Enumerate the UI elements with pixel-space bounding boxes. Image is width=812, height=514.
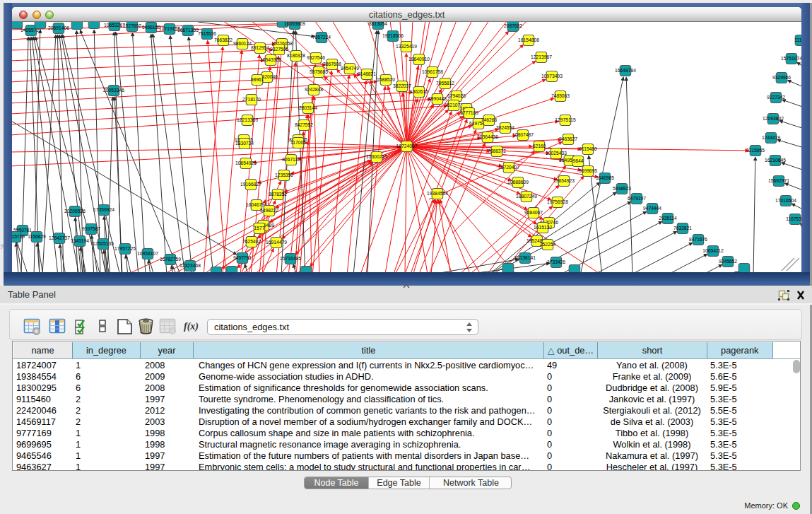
svg-text:9457791: 9457791 xyxy=(233,255,252,260)
svg-text:8427552: 8427552 xyxy=(295,122,313,127)
svg-text:20691406: 20691406 xyxy=(48,25,69,30)
svg-text:2087682: 2087682 xyxy=(504,23,522,28)
svg-text:20364436: 20364436 xyxy=(477,134,498,139)
svg-text:16671355: 16671355 xyxy=(177,28,199,33)
svg-text:14136141: 14136141 xyxy=(514,255,536,260)
svg-text:10025433: 10025433 xyxy=(546,151,567,156)
svg-text:3822037: 3822037 xyxy=(393,83,411,88)
svg-text:10654112: 10654112 xyxy=(702,248,724,253)
svg-text:7625402: 7625402 xyxy=(242,239,261,244)
svg-text:12505135: 12505135 xyxy=(93,241,114,246)
svg-text:2718170: 2718170 xyxy=(242,97,261,102)
svg-text:9329966: 9329966 xyxy=(772,75,791,80)
svg-text:7663822: 7663822 xyxy=(214,37,233,42)
svg-text:19166827: 19166827 xyxy=(240,182,261,187)
svg-text:12093832: 12093832 xyxy=(763,116,784,121)
svg-text:18807249: 18807249 xyxy=(516,194,537,199)
svg-text:7955812: 7955812 xyxy=(436,81,454,86)
svg-text:5498222: 5498222 xyxy=(260,208,278,213)
svg-text:62160: 62160 xyxy=(533,144,546,148)
svg-text:6466160: 6466160 xyxy=(142,25,160,30)
svg-text:17359924: 17359924 xyxy=(93,207,114,212)
svg-text:15716485: 15716485 xyxy=(280,256,301,261)
svg-text:5938923: 5938923 xyxy=(613,186,631,191)
svg-text:8186328: 8186328 xyxy=(287,53,305,58)
svg-text:20053346: 20053346 xyxy=(103,88,124,93)
svg-text:9844: 9844 xyxy=(573,158,584,163)
svg-text:1588520: 1588520 xyxy=(377,77,395,82)
svg-text:16543362: 16543362 xyxy=(260,57,281,62)
svg-text:1330734: 1330734 xyxy=(235,141,254,146)
svg-text:1244419: 1244419 xyxy=(762,135,780,140)
svg-text:2935114: 2935114 xyxy=(659,216,677,221)
svg-text:8813054: 8813054 xyxy=(369,22,387,26)
svg-text:19218506: 19218506 xyxy=(382,33,404,38)
svg-text:7485063: 7485063 xyxy=(551,93,570,98)
svg-text:1235350: 1235350 xyxy=(275,173,293,177)
svg-text:1156829: 1156829 xyxy=(28,234,46,239)
svg-text:9474444: 9474444 xyxy=(643,206,661,211)
svg-text:1640985: 1640985 xyxy=(596,175,614,180)
svg-text:10807487: 10807487 xyxy=(512,132,534,137)
svg-text:9084067: 9084067 xyxy=(524,210,543,215)
svg-text:9146821: 9146821 xyxy=(358,71,376,76)
svg-text:746266: 746266 xyxy=(481,117,498,122)
svg-text:12942737: 12942737 xyxy=(49,235,70,240)
svg-text:16782759: 16782759 xyxy=(160,257,181,262)
svg-text:15300215: 15300215 xyxy=(366,154,387,159)
svg-text:9327546: 9327546 xyxy=(307,55,325,60)
svg-text:6479197: 6479197 xyxy=(628,196,646,201)
svg-text:20206536: 20206536 xyxy=(64,209,86,214)
svg-text:7857224: 7857224 xyxy=(312,35,331,40)
svg-text:9327505: 9327505 xyxy=(270,47,288,52)
svg-text:12213967: 12213967 xyxy=(531,54,552,59)
svg-text:15751074: 15751074 xyxy=(781,56,801,61)
svg-text:1733426: 1733426 xyxy=(547,259,565,264)
svg-text:19756928: 19756928 xyxy=(547,199,568,204)
svg-text:15692971: 15692971 xyxy=(768,178,789,183)
svg-text:3215955: 3215955 xyxy=(746,148,765,153)
svg-text:8878352: 8878352 xyxy=(269,192,287,197)
svg-text:8267110: 8267110 xyxy=(282,157,300,162)
svg-text:6794028: 6794028 xyxy=(447,93,466,98)
svg-text:9860124: 9860124 xyxy=(233,41,252,46)
svg-text:f(x): f(x) xyxy=(184,321,199,332)
svg-text:11124: 11124 xyxy=(794,37,801,42)
svg-text:16648784: 16648784 xyxy=(615,68,636,73)
svg-text:1345194: 1345194 xyxy=(71,238,89,243)
svg-text:117005: 117005 xyxy=(290,140,306,145)
svg-text:15720407: 15720407 xyxy=(498,165,519,170)
svg-text:9463627: 9463627 xyxy=(559,136,577,141)
svg-text:1527602: 1527602 xyxy=(123,23,141,28)
svg-text:2867608: 2867608 xyxy=(323,62,341,66)
svg-text:8471676: 8471676 xyxy=(689,237,707,242)
svg-text:16053809: 16053809 xyxy=(284,22,305,26)
svg-text:252254: 252254 xyxy=(540,242,556,247)
svg-text:10653267: 10653267 xyxy=(104,23,125,28)
svg-text:12323468: 12323468 xyxy=(180,263,201,268)
svg-text:16154808: 16154808 xyxy=(518,37,539,42)
svg-text:18724007: 18724007 xyxy=(396,144,418,148)
svg-text:7632621: 7632621 xyxy=(673,226,692,230)
svg-text:3824554: 3824554 xyxy=(496,125,514,130)
svg-text:5875685: 5875685 xyxy=(310,69,328,74)
svg-text:8912954: 8912954 xyxy=(251,45,269,50)
svg-text:1167533: 1167533 xyxy=(786,216,801,221)
svg-text:17957225: 17957225 xyxy=(114,246,136,251)
svg-text:9699695: 9699695 xyxy=(579,168,597,173)
svg-text:9397587: 9397587 xyxy=(82,226,100,231)
svg-text:1615132: 1615132 xyxy=(534,225,552,230)
svg-text:1362615: 1362615 xyxy=(410,89,428,94)
svg-text:9242848: 9242848 xyxy=(305,87,323,92)
svg-text:16914479: 16914479 xyxy=(266,240,287,245)
svg-text:98961: 98961 xyxy=(251,77,264,82)
svg-text:2803144: 2803144 xyxy=(299,105,317,110)
svg-text:19384554: 19384554 xyxy=(427,191,448,196)
svg-text:18640910: 18640910 xyxy=(408,57,430,62)
svg-text:13325419: 13325419 xyxy=(396,44,417,49)
svg-text:12213369: 12213369 xyxy=(237,117,258,122)
svg-text:10961758: 10961758 xyxy=(422,69,443,74)
svg-text:10958107: 10958107 xyxy=(137,251,158,256)
svg-text:10688609: 10688609 xyxy=(507,180,529,185)
svg-text:8454749: 8454749 xyxy=(341,66,359,71)
